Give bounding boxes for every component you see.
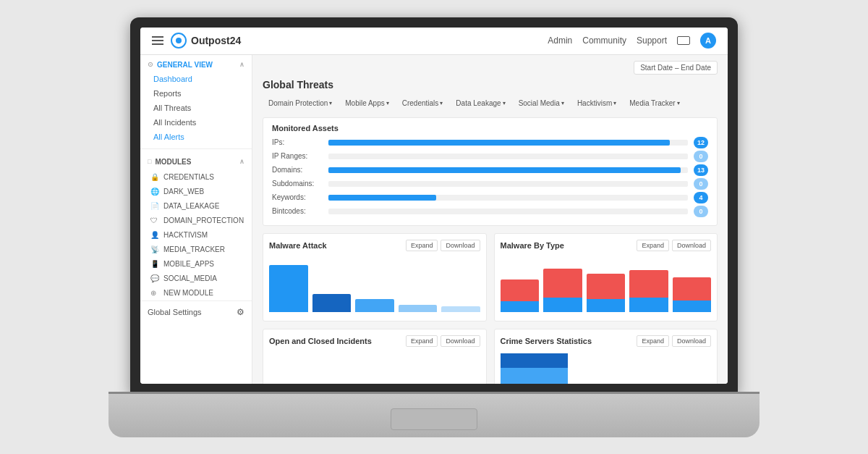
module-mobile-apps[interactable]: 📱 MOBILE_APPS: [140, 257, 252, 272]
chart-title: Malware Attack: [269, 241, 327, 250]
mail-icon[interactable]: [677, 36, 690, 45]
tab-mobile-apps[interactable]: Mobile Apps ▾: [339, 96, 394, 110]
asset-label: IPs:: [272, 138, 323, 146]
stacked-bar-group: [629, 270, 668, 312]
asset-row: Bintcodes:0: [272, 206, 708, 217]
community-link[interactable]: Community: [582, 35, 626, 46]
laptop-screen: Outpost24 Admin Community Support A: [140, 28, 728, 384]
header-left: Outpost24: [152, 33, 241, 49]
tab-credentials[interactable]: Credentials ▾: [396, 96, 449, 110]
asset-row: IP Ranges:0: [272, 151, 708, 162]
chart-area: [269, 353, 480, 384]
sidebar-item-dashboard[interactable]: Dashboard: [140, 72, 252, 86]
download-button[interactable]: Download: [672, 335, 711, 347]
tab-arrow: ▾: [677, 100, 680, 106]
module-new[interactable]: ⊕ NEW MODULE: [140, 286, 252, 300]
asset-bar: [328, 167, 681, 173]
chart-card-header: Open and Closed IncidentsExpandDownload: [269, 335, 480, 347]
laptop-wrapper: Outpost24 Admin Community Support A: [109, 17, 760, 437]
global-settings-label: Global Settings: [148, 308, 202, 316]
app-body: ⊙ GENERAL VIEW ∧ Dashboard Reports All T…: [140, 55, 728, 384]
download-button[interactable]: Download: [672, 240, 711, 251]
file-icon: 📄: [150, 202, 159, 211]
download-button[interactable]: Download: [441, 335, 480, 347]
module-media-tracker[interactable]: 📡 MEDIA_TRACKER: [140, 243, 252, 257]
laptop-bezel: Outpost24 Admin Community Support A: [130, 17, 738, 394]
general-view-chevron: ∧: [239, 61, 244, 68]
asset-row: Domains:13: [272, 164, 708, 176]
hamburger-icon[interactable]: [152, 36, 163, 45]
chart-card-header: Crime Servers StatisticsExpandDownload: [501, 335, 712, 347]
tab-arrow: ▾: [561, 100, 564, 106]
asset-row: Subdomains:0: [272, 178, 708, 190]
chart-actions: ExpandDownload: [637, 240, 711, 251]
asset-bar: [328, 140, 670, 146]
mixed-bar-top: [501, 353, 568, 368]
module-data-leakage[interactable]: 📄 DATA_LEAKAGE: [140, 199, 252, 214]
admin-link[interactable]: Admin: [548, 35, 572, 46]
chart-title: Malware By Type: [501, 241, 564, 250]
expand-button[interactable]: Expand: [406, 335, 438, 347]
asset-bar-container: [328, 181, 688, 187]
asset-count: 13: [694, 164, 708, 176]
tab-social-media[interactable]: Social Media ▾: [513, 96, 570, 110]
sidebar-item-reports[interactable]: Reports: [140, 86, 252, 101]
stacked-bar-bottom: [587, 299, 626, 312]
stacked-bar-group: [673, 277, 712, 312]
module-social-media[interactable]: 💬 SOCIAL_MEDIA: [140, 272, 252, 286]
chart-area: [501, 353, 712, 384]
date-filter-area: Start Date – End Date: [263, 61, 718, 75]
expand-button[interactable]: Expand: [637, 240, 669, 251]
date-filter-button[interactable]: Start Date – End Date: [634, 61, 718, 75]
shield-icon: 🛡: [150, 217, 159, 225]
tab-data-leakage[interactable]: Data Leakage ▾: [450, 96, 511, 110]
tab-hacktivism[interactable]: Hacktivism ▾: [571, 96, 622, 110]
user-avatar[interactable]: A: [700, 33, 716, 49]
asset-bar: [328, 195, 436, 201]
mixed-chart: [501, 357, 712, 384]
bar: [312, 294, 352, 312]
bar: [441, 306, 480, 312]
support-link[interactable]: Support: [637, 35, 667, 46]
chart-card: Malware AttackExpandDownload: [263, 233, 487, 321]
module-domain-protection[interactable]: 🛡 DOMAIN_PROTECTION: [140, 214, 252, 228]
stacked-bar-top: [673, 277, 712, 300]
tab-domain-protection[interactable]: Domain Protection ▾: [263, 96, 338, 110]
asset-count: 12: [694, 137, 708, 148]
line-chart-bars: [269, 357, 480, 384]
bar: [269, 265, 308, 312]
expand-button[interactable]: Expand: [406, 240, 438, 251]
general-view-header: ⊙ GENERAL VIEW ∧: [140, 55, 252, 72]
chart-card-header: Malware AttackExpandDownload: [269, 240, 480, 251]
header-right: Admin Community Support A: [548, 33, 716, 49]
sidebar-item-all-threats[interactable]: All Threats: [140, 101, 252, 115]
sidebar-item-all-alerts[interactable]: All Alerts: [140, 130, 252, 144]
download-button[interactable]: Download: [441, 240, 480, 251]
mixed-bar-bottom: [501, 368, 568, 384]
module-credentials[interactable]: 🔒 CREDENTIALS: [140, 170, 252, 185]
globe-icon: 🌐: [150, 188, 159, 196]
chart-card-header: Malware By TypeExpandDownload: [501, 240, 712, 251]
asset-row: Keywords:4: [272, 192, 708, 203]
module-dark-web[interactable]: 🌐 DARK_WEB: [140, 185, 252, 199]
main-content: Start Date – End Date Global Threats Dom…: [252, 55, 728, 384]
stacked-bar-group: [501, 279, 540, 312]
tab-arrow: ▾: [329, 100, 332, 106]
sidebar-item-all-incidents[interactable]: All Incidents: [140, 115, 252, 130]
asset-bar-container: [328, 209, 688, 214]
expand-button[interactable]: Expand: [637, 335, 669, 347]
chart-card: Crime Servers StatisticsExpandDownload: [494, 329, 718, 384]
stacked-bar-top: [629, 270, 668, 298]
asset-count: 0: [694, 151, 708, 162]
tab-media-tracker[interactable]: Media Tracker ▾: [624, 96, 685, 110]
stacked-bar-bottom: [543, 298, 582, 312]
charts-grid: Malware AttackExpandDownloadMalware By T…: [263, 233, 718, 384]
sidebar-divider: [140, 148, 252, 149]
stacked-bar-group: [587, 274, 626, 312]
module-hacktivism[interactable]: 👤 HACKTIVISM: [140, 228, 252, 243]
monitored-assets-title: Monitored Assets: [272, 124, 708, 133]
chart-area: [501, 257, 712, 315]
tab-arrow: ▾: [440, 100, 443, 106]
global-settings-button[interactable]: Global Settings ⚙: [140, 300, 252, 323]
asset-count: 0: [694, 206, 708, 217]
